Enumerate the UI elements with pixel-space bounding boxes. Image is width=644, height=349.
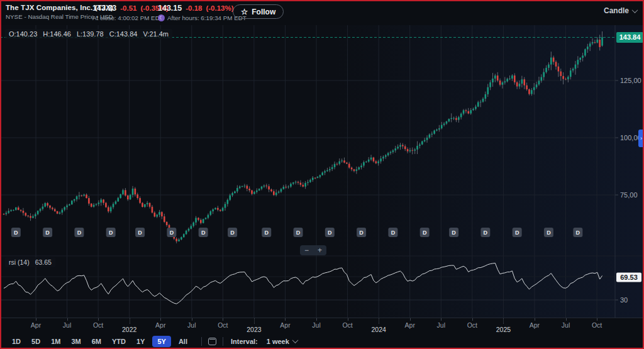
svg-text:D: D [170,230,174,236]
moon-icon [158,14,165,21]
ohlc-legend: O:140.23 H:146.46 L:139.78 C:143.84 V:21… [5,29,172,39]
follow-button[interactable]: Follow [233,4,284,19]
toolbar-divider [201,337,202,346]
svg-text:125,00: 125,00 [620,77,641,84]
close-change: -0.51 [120,4,136,12]
svg-text:D: D [230,230,235,236]
time-axis-year-label: 2025 [489,326,517,333]
range-button-3m[interactable]: 3M [68,336,84,347]
time-axis-month-label: Oct [334,321,362,329]
rsi-indicator-label: rsi (14) 63.65 [5,257,55,267]
svg-text:D: D [576,230,580,236]
svg-text:D: D [423,230,427,236]
svg-text:D: D [109,230,113,236]
svg-text:D: D [452,230,456,236]
time-axis-tick [316,318,317,321]
time-axis-year-label: 2023 [240,326,268,333]
interval-value: 1 week [267,338,289,345]
time-axis-tick [348,318,348,321]
chart-toolbar: 1D 5D 1M 3M 6M YTD 1Y 5Y All Interval: 1… [0,333,644,349]
time-axis-month-label: Jul [552,321,580,329]
range-button-all[interactable]: All [175,336,191,347]
time-axis-month-label: Jul [427,321,455,329]
price-chart-canvas[interactable]: 125,00100,0075,0030DDDDDDDDDDDDDDDDDDD14… [0,25,644,318]
zoom-out-button[interactable] [300,245,313,255]
svg-text:30: 30 [620,296,628,304]
time-axis-month-label: Oct [458,321,486,329]
close-quote: 143.33 -0.51 (-0.35%) At close: 4:00:02 … [92,4,169,21]
svg-text:D: D [14,230,18,236]
svg-text:D: D [296,230,301,236]
time-axis[interactable]: AprJulOct2022AprJulOct2023AprJulOct2024A… [0,318,644,334]
time-axis-month-label: Apr [22,321,50,329]
quote-header: The TJX Companies, Inc. (TJX) NYSE - Nas… [0,0,644,25]
toolbar-divider [223,337,223,346]
time-axis-month-label: Oct [583,321,611,329]
time-axis-tick [130,318,131,324]
chart-type-label: Candle [604,6,629,15]
svg-text:D: D [547,230,551,236]
time-axis-tick [98,318,99,321]
price-axis-handle[interactable] [638,130,644,147]
chart-type-dropdown[interactable]: Candle [604,6,637,15]
svg-text:D: D [45,230,50,236]
time-axis-month-label: Apr [396,321,424,329]
svg-text:D: D [391,230,396,236]
after-hours-price: 143.15 [158,4,182,13]
time-axis-year-label: 2024 [365,326,392,333]
time-axis-tick [535,318,535,321]
time-axis-month-label: Apr [521,321,548,329]
svg-text:75,00: 75,00 [620,191,638,199]
time-axis-tick [223,318,223,321]
interval-dropdown[interactable]: 1 week [267,338,297,345]
time-axis-tick [503,318,504,324]
legend-high: H:146.46 [43,30,71,38]
after-hours-change: -0.18 [186,4,202,12]
zoom-controls [300,245,326,255]
chevron-down-icon [632,7,638,13]
time-axis-month-label: Oct [209,321,236,329]
range-button-5d[interactable]: 5D [28,336,43,347]
svg-text:D: D [484,230,488,236]
time-axis-year-label: 2022 [116,326,143,333]
close-price: 143.33 [92,4,116,13]
svg-text:D: D [138,230,142,236]
svg-text:D: D [201,230,206,236]
range-button-1y[interactable]: 1Y [133,336,148,347]
time-axis-tick [566,318,567,321]
time-axis-tick [285,318,286,321]
range-button-1d[interactable]: 1D [9,336,24,347]
svg-text:69.53: 69.53 [620,274,638,281]
time-axis-tick [36,318,36,321]
time-axis-month-label: Jul [178,321,206,329]
time-axis-month-label: Oct [84,321,112,329]
range-button-ytd[interactable]: YTD [109,336,129,347]
time-axis-month-label: Apr [147,321,174,329]
chart-area[interactable]: 125,00100,0075,0030DDDDDDDDDDDDDDDDDDD14… [0,25,644,318]
after-hours-change-pct: (-0.13%) [206,4,233,12]
time-axis-tick [192,318,192,321]
svg-text:D: D [77,230,82,236]
range-button-5y[interactable]: 5Y [152,336,170,347]
interval-label: Interval: [231,338,258,345]
chevron-down-icon [292,337,298,343]
legend-volume: V:21.4m [143,30,169,38]
time-axis-tick [160,318,161,321]
time-axis-tick [67,318,68,321]
svg-text:143.84: 143.84 [619,33,641,41]
legend-open: O:140.23 [9,30,37,38]
legend-close: C:143.84 [109,30,138,38]
range-button-1m[interactable]: 1M [48,336,64,347]
time-axis-tick [410,318,411,321]
rsi-name: rsi (14) [9,258,30,266]
zoom-in-button[interactable] [313,245,326,255]
range-button-6m[interactable]: 6M [89,336,104,347]
time-axis-tick [597,318,597,321]
svg-text:D: D [359,230,364,236]
calendar-icon[interactable] [208,338,216,345]
time-axis-month-label: Jul [303,321,330,329]
svg-text:D: D [328,230,332,236]
star-icon [241,7,248,16]
time-axis-month-label: Apr [271,321,299,329]
close-caption: At close: 4:00:02 PM EDT [92,14,169,21]
